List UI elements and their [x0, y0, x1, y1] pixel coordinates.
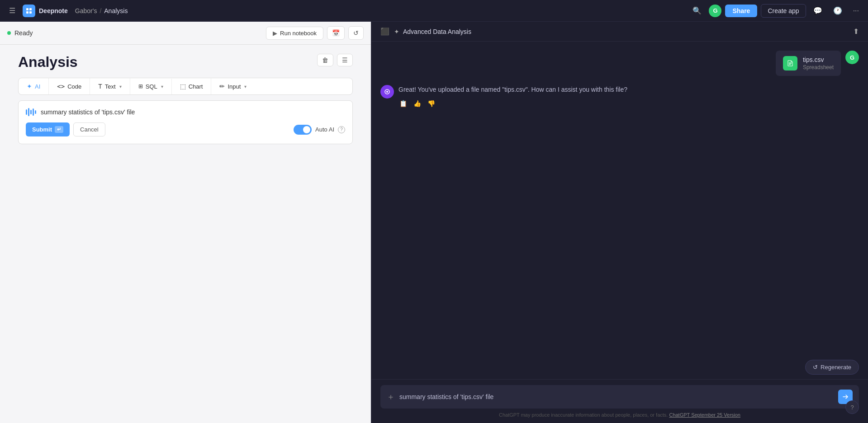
share-button[interactable]: Share: [725, 5, 757, 17]
submit-button[interactable]: Submit ↵: [26, 122, 70, 136]
regenerate-button[interactable]: ↺ Regenerate: [805, 360, 859, 375]
footer-note-text: ChatGPT may produce inaccurate informati…: [499, 412, 668, 418]
cell-actions-left: Submit ↵ Cancel: [26, 122, 105, 136]
user-message-1: tips.csv Spreadsheet G: [380, 51, 859, 76]
ai-query-input[interactable]: [41, 108, 345, 116]
file-attachment: tips.csv Spreadsheet: [776, 51, 841, 76]
ai-response-content: Great! You've uploaded a file named "tip…: [398, 85, 627, 108]
cell-tool-chart[interactable]: ⬚ Chart: [172, 78, 212, 94]
create-app-button[interactable]: Create app: [761, 4, 806, 18]
submit-label: Submit: [32, 126, 52, 133]
status-actions: ▶ Run notebook 📅 ↺: [266, 26, 364, 40]
ai-message-actions: 📋 👍 👎: [398, 99, 627, 108]
ai-attach-button[interactable]: ＋: [387, 391, 395, 402]
ai-message-1: Great! You've uploaded a file named "tip…: [380, 85, 859, 108]
cell-tool-ai[interactable]: ✦ AI: [19, 78, 49, 94]
topbar-left: ☰ Deepnote Gabor's / Analysis: [5, 5, 128, 17]
ai-chat-input[interactable]: [399, 393, 834, 400]
input-icon: ✏: [219, 83, 225, 90]
app-name: Deepnote: [39, 7, 68, 14]
ai-input-row: [26, 108, 345, 116]
input-chevron-icon: ▾: [244, 84, 247, 89]
more-options-button[interactable]: ···: [849, 5, 863, 17]
input-label: Input: [228, 83, 241, 90]
thumbs-down-button[interactable]: 👎: [427, 99, 436, 108]
notebook-title-area: Analysis 🗑 ☰: [0, 45, 371, 78]
svg-point-8: [386, 91, 388, 93]
ai-messages: tips.csv Spreadsheet G Great! You've upl…: [371, 42, 868, 355]
thumbs-up-button[interactable]: 👍: [413, 99, 422, 108]
user-avatar[interactable]: G: [709, 5, 721, 17]
status-bar: Ready ▶ Run notebook 📅 ↺: [0, 22, 371, 45]
ai-panel-icon: ✦: [394, 28, 399, 35]
copy-message-button[interactable]: 📋: [398, 99, 408, 108]
ai-icon: ✦: [27, 83, 32, 90]
status-indicator: Ready: [7, 29, 33, 37]
user-avatar-chat: G: [845, 51, 859, 64]
code-label: Code: [67, 83, 81, 90]
auto-ai-label: Auto AI: [315, 126, 334, 133]
file-name: tips.csv: [803, 56, 834, 63]
block-menu-button[interactable]: ☰: [337, 54, 353, 66]
ai-share-button[interactable]: ⬆: [853, 27, 859, 36]
svg-rect-2: [26, 11, 28, 14]
ai-help-button[interactable]: ?: [845, 400, 859, 414]
sidebar-toggle-button[interactable]: ⬛: [380, 27, 389, 36]
cell-tool-sql[interactable]: ⊞ SQL ▾: [130, 79, 172, 94]
topbar-actions: 🔍 G Share Create app 💬 🕐 ···: [689, 4, 863, 18]
ai-title-area: ✦ Advanced Data Analysis: [394, 28, 471, 35]
history-icon-button[interactable]: 🕐: [830, 5, 846, 17]
footer-link[interactable]: ChatGPT September 25 Version: [669, 412, 740, 418]
cancel-button[interactable]: Cancel: [73, 122, 105, 136]
svg-rect-1: [29, 8, 32, 10]
search-button[interactable]: 🔍: [689, 5, 705, 17]
ai-panel-header: ⬛ ✦ Advanced Data Analysis ⬆: [371, 22, 868, 42]
refresh-button[interactable]: ↺: [348, 26, 364, 40]
regenerate-label: Regenerate: [821, 364, 851, 371]
ai-avatar: [380, 85, 394, 99]
ai-cell-content: Submit ↵ Cancel Auto AI ?: [18, 100, 353, 144]
ai-waveform-icon: [26, 108, 36, 116]
ai-panel: ⬛ ✦ Advanced Data Analysis ⬆ tips.csv S: [371, 22, 868, 423]
menu-button[interactable]: ☰: [5, 5, 19, 17]
run-notebook-button[interactable]: ▶ Run notebook: [266, 27, 323, 40]
cell-tool-input[interactable]: ✏ Input ▾: [211, 78, 255, 94]
notebook-title: Analysis: [18, 54, 78, 70]
file-info: tips.csv Spreadsheet: [803, 56, 834, 70]
enter-icon: ↵: [55, 126, 63, 133]
sql-icon: ⊞: [138, 83, 143, 89]
file-icon: [783, 56, 797, 70]
ai-panel-title: Advanced Data Analysis: [403, 28, 471, 35]
cell-tool-code[interactable]: <> Code: [49, 78, 90, 94]
breadcrumb-current: Analysis: [104, 7, 128, 14]
notebook-area: ✦ AI <> Code T Text ▾ ⊞ SQL ▾: [0, 78, 371, 423]
status-text: Ready: [14, 29, 33, 37]
topbar: ☰ Deepnote Gabor's / Analysis 🔍 G Share …: [0, 0, 868, 22]
text-label: Text: [105, 83, 116, 90]
calendar-button[interactable]: 📅: [327, 26, 345, 40]
main-content: Ready ▶ Run notebook 📅 ↺ Analysis 🗑 ☰: [0, 22, 868, 423]
ai-input-bar: ＋: [380, 385, 859, 409]
cell-toolbar: ✦ AI <> Code T Text ▾ ⊞ SQL ▾: [18, 78, 353, 95]
text-icon: T: [98, 83, 102, 90]
status-dot: [7, 31, 11, 35]
regenerate-icon: ↺: [813, 364, 818, 371]
code-icon: <>: [57, 83, 65, 90]
play-icon: ▶: [273, 30, 277, 37]
chart-icon: ⬚: [180, 83, 186, 90]
chat-icon-button[interactable]: 💬: [810, 5, 826, 17]
svg-rect-3: [29, 11, 32, 14]
delete-block-button[interactable]: 🗑: [317, 54, 333, 66]
notebook-panel: Ready ▶ Run notebook 📅 ↺ Analysis 🗑 ☰: [0, 22, 371, 423]
ai-label: AI: [35, 83, 40, 90]
svg-rect-0: [26, 8, 28, 10]
ai-header-left: ⬛ ✦ Advanced Data Analysis: [380, 27, 471, 36]
breadcrumb: Gabor's / Analysis: [75, 7, 128, 14]
breadcrumb-parent[interactable]: Gabor's: [75, 7, 97, 14]
cell-tool-text[interactable]: T Text ▾: [90, 78, 130, 94]
regenerate-area: ↺ Regenerate: [371, 355, 868, 379]
chart-label: Chart: [189, 83, 203, 90]
auto-ai-help-icon[interactable]: ?: [338, 126, 345, 133]
auto-ai-toggle[interactable]: [294, 125, 312, 135]
app-logo: [23, 5, 35, 17]
